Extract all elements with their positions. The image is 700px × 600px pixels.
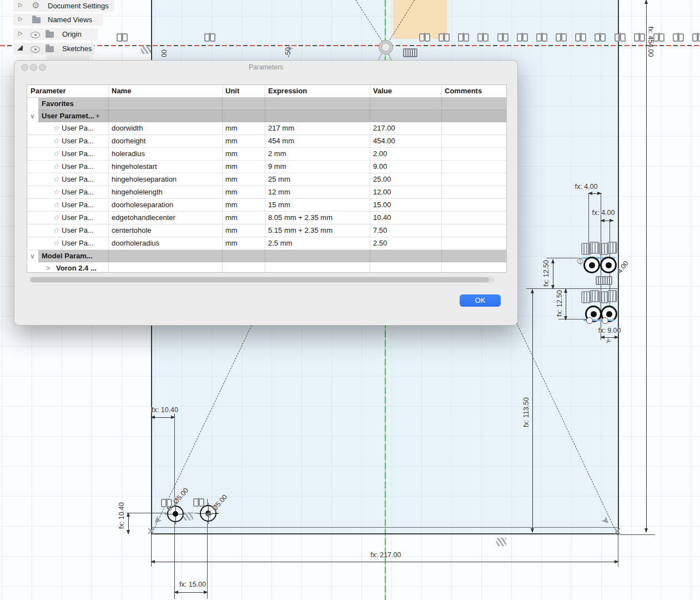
symmetry-constraint-icon[interactable] xyxy=(117,33,128,41)
param-expression[interactable]: 2.5 mm xyxy=(265,237,370,249)
param-name[interactable]: hingeholelength xyxy=(108,186,222,198)
param-comments[interactable] xyxy=(441,161,506,173)
add-parameter-icon[interactable]: + xyxy=(95,110,100,122)
param-expression[interactable]: 5.15 mm + 2.35 mm xyxy=(265,224,370,237)
dimension-line-hinge-offset-b[interactable] xyxy=(601,221,613,221)
param-name[interactable]: doorholeseparation xyxy=(108,199,222,211)
param-comments[interactable] xyxy=(441,186,506,198)
column-header[interactable]: Expression xyxy=(265,85,370,97)
param-expression[interactable]: 9 mm xyxy=(265,161,370,173)
scrollbar-thumb[interactable] xyxy=(31,277,489,282)
expanded-arrow-icon[interactable] xyxy=(17,45,23,51)
table-row[interactable]: ☆User Pa... doorheight mm 454 mm 454.00 xyxy=(27,135,506,148)
param-unit[interactable]: mm xyxy=(222,161,265,173)
symmetry-constraint-icon[interactable] xyxy=(477,33,489,41)
favorite-star-icon[interactable]: ☆ xyxy=(53,122,62,134)
expand-arrow-icon[interactable]: ▷ xyxy=(18,30,23,36)
param-comments[interactable] xyxy=(441,237,506,249)
door-bottom-edge[interactable] xyxy=(151,533,619,534)
symmetry-constraint-icon[interactable] xyxy=(615,33,626,41)
param-comments[interactable] xyxy=(441,135,506,147)
param-expression[interactable]: 12 mm xyxy=(265,186,370,198)
symmetry-constraint-icon[interactable] xyxy=(497,33,508,41)
favorite-star-icon[interactable]: ☆ xyxy=(53,212,62,224)
param-name[interactable]: holeradius xyxy=(108,148,222,160)
parallel-constraint-icon[interactable] xyxy=(496,538,506,546)
dim-hinge-sep-b[interactable]: fx: 12.50 xyxy=(556,290,563,317)
chevron-down-icon[interactable]: ∨ xyxy=(30,250,35,262)
param-name[interactable]: doorwidth xyxy=(108,122,222,134)
table-row[interactable]: ☆User Pa... doorholeradius mm 2.5 mm 2.5… xyxy=(27,237,506,250)
table-row[interactable]: ☆User Pa... hingeholestart mm 9 mm 9.00 xyxy=(27,161,506,173)
favorite-star-icon[interactable]: ☆ xyxy=(53,148,62,160)
param-comments[interactable] xyxy=(441,199,506,211)
constraint-glyph-icon[interactable] xyxy=(607,290,617,302)
table-row[interactable]: ☆User Pa... centertohole mm 5.15 mm + 2.… xyxy=(27,224,506,237)
symmetry-constraint-icon[interactable] xyxy=(634,33,645,41)
column-header[interactable]: Comments xyxy=(441,85,506,97)
door-bottom-inner-line[interactable] xyxy=(151,527,619,528)
param-expression[interactable]: 8.05 mm + 2.35 mm xyxy=(265,212,370,224)
sketch-point[interactable] xyxy=(602,317,608,324)
param-name[interactable]: doorheight xyxy=(108,135,222,147)
constraint-glyph-icon[interactable] xyxy=(590,290,600,302)
chevron-down-icon[interactable]: ∨ xyxy=(30,110,35,122)
dim-doorheight[interactable]: fx: 454.00 xyxy=(647,27,654,57)
table-row[interactable]: ☆User Pa... edgetohandlecenter mm 8.05 m… xyxy=(27,212,506,224)
param-unit[interactable]: mm xyxy=(222,148,265,160)
horizontal-scrollbar[interactable] xyxy=(29,277,495,283)
param-comments[interactable] xyxy=(441,122,506,134)
favorite-star-icon[interactable]: ☆ xyxy=(53,224,62,237)
favorite-star-icon[interactable]: ☆ xyxy=(53,173,62,186)
param-name[interactable]: edgetohandlecenter xyxy=(108,212,222,224)
param-expression[interactable]: 454 mm xyxy=(265,135,370,147)
constraint-glyph-icon[interactable] xyxy=(607,242,617,254)
dim-hinge-sep-a[interactable]: fx: 12.50 xyxy=(542,260,550,287)
param-unit[interactable]: mm xyxy=(222,237,265,249)
corner-point-marker[interactable] xyxy=(148,528,154,534)
param-name[interactable]: centertohole xyxy=(108,224,222,237)
dimension-line-doorwidth[interactable] xyxy=(151,562,618,562)
dim-handle-edge-left[interactable]: fx: 10.40 xyxy=(118,502,125,529)
symmetry-constraint-icon[interactable] xyxy=(419,33,430,41)
dim-fragment-left[interactable]: 00 xyxy=(160,49,168,57)
symmetry-constraint-icon[interactable] xyxy=(556,33,567,41)
hinge-reference-line[interactable] xyxy=(526,288,618,289)
dim-hinge-mid[interactable]: fx: 113.50 xyxy=(522,397,530,427)
column-header[interactable]: Unit xyxy=(222,85,265,97)
hinge-hole[interactable] xyxy=(600,257,617,273)
param-name[interactable]: hingeholestart xyxy=(108,161,222,173)
symmetry-constraint-icon[interactable] xyxy=(536,33,547,41)
favorite-star-icon[interactable]: ☆ xyxy=(53,186,62,198)
param-comments[interactable] xyxy=(441,148,506,160)
symmetry-constraint-icon[interactable] xyxy=(439,33,450,41)
constraint-glyph-icon[interactable] xyxy=(596,276,612,285)
dim-hinge-offset-a[interactable]: fx: 4.00 xyxy=(575,183,598,191)
param-expression[interactable]: 217 mm xyxy=(265,122,370,134)
param-name[interactable]: hingeholeseparation xyxy=(108,173,222,186)
dim-handle-sep[interactable]: fx: 15.00 xyxy=(179,581,206,588)
corner-point-marker[interactable] xyxy=(614,528,621,534)
param-comments[interactable] xyxy=(441,212,506,224)
tree-row-partial[interactable] xyxy=(47,55,90,60)
dim-doorwidth[interactable]: fx: 217.00 xyxy=(371,551,401,559)
dimension-line-hinge-mid[interactable] xyxy=(532,289,533,532)
tree-row-origin[interactable] xyxy=(13,28,98,40)
visibility-eye-icon[interactable] xyxy=(31,46,40,53)
favorite-star-icon[interactable]: ☆ xyxy=(53,199,62,211)
tree-label[interactable]: Named Views xyxy=(48,16,92,24)
param-unit[interactable]: mm xyxy=(222,173,265,186)
dimension-line-handle-top[interactable] xyxy=(151,417,175,418)
expand-arrow-icon[interactable]: ▷ xyxy=(18,2,23,8)
symmetry-constraint-icon[interactable] xyxy=(653,33,664,41)
tree-label[interactable]: Sketches xyxy=(62,44,92,53)
dimension-line-doorheight[interactable] xyxy=(646,0,647,532)
symmetry-constraint-icon[interactable] xyxy=(692,33,700,41)
table-row[interactable]: ☆User Pa... doorwidth mm 217 mm 217.00 xyxy=(27,122,506,135)
dimension-line-hinge-sep-b[interactable] xyxy=(566,289,566,320)
constraint-glyph-icon[interactable] xyxy=(590,242,600,254)
expand-arrow-icon[interactable]: ▷ xyxy=(18,16,23,22)
symmetry-constraint-icon[interactable] xyxy=(204,33,215,41)
table-row[interactable]: ☆User Pa... hingeholeseparation mm 25 mm… xyxy=(27,173,506,186)
origin-point[interactable] xyxy=(379,40,393,54)
